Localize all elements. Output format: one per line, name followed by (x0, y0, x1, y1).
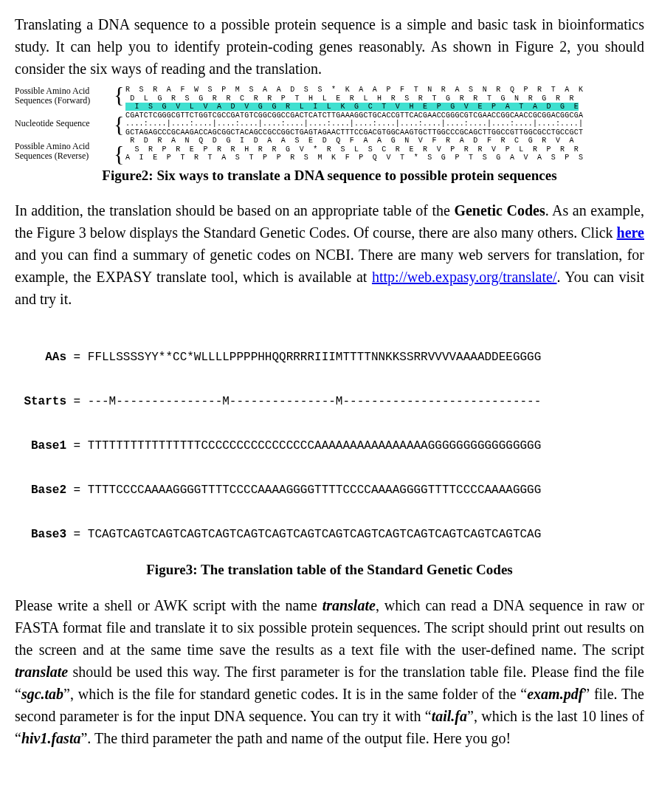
frame-f1: R S R A F W S P M S A A D S S * K A A P … (125, 86, 583, 94)
row-eq: = (66, 395, 88, 408)
row-label: Base3 (15, 527, 66, 542)
row-label: Base2 (15, 483, 66, 498)
p3-translate-2: translate (15, 664, 68, 680)
row-eq: = (66, 351, 88, 364)
table-row-base3: Base3 = TCAGTCAGTCAGTCAGTCAGTCAGTCAGTCAG… (15, 527, 644, 542)
paragraph-3: Please write a shell or AWK script with … (15, 594, 644, 749)
row-val: TTTTCCCCAAAAGGGGTTTTCCCCAAAAGGGGTTTTCCCC… (88, 484, 542, 497)
frame-f3-highlighted: I S G V L V A D V G G R L I L K G C T V … (125, 103, 579, 111)
figure-3-caption: Figure3: The translation table of the St… (15, 560, 644, 581)
table-row-base2: Base2 = TTTTCCCCAAAAGGGGTTTTCCCCAAAAGGGG… (15, 483, 644, 498)
nucleotide-bottom-strand: GCTAGAGCCCGCAAGACCAGCGGCTACAGCCGCCGGCTGA… (125, 128, 583, 137)
frame-r2: S R P R E P R R H R R G V * R S L S C R … (125, 145, 579, 154)
para2-text-pre: In addition, the translation should be b… (15, 202, 454, 219)
table-row-aas: AAs = FFLLSSSSYY**CC*WLLLLPPPPHHQQRRRRII… (15, 350, 644, 365)
label-forward-line1: Possible Amino Acid (15, 86, 89, 96)
figure-2: Possible Amino Acid Sequences (Forward) … (15, 86, 644, 162)
row-label: AAs (15, 350, 66, 365)
figure-2-caption: Figure2: Six ways to translate a DNA seq… (15, 165, 644, 187)
p3-t1: Please write a shell or AWK script with … (15, 597, 322, 613)
row-eq: = (66, 439, 88, 453)
figure-2-braces: {{{ (114, 86, 123, 162)
p3-translate-1: translate (322, 597, 376, 613)
label-reverse-line1: Possible Amino Acid (15, 141, 89, 151)
p3-t7: ”. The third parameter the path and name… (80, 730, 511, 746)
p3-exam-pdf: exam.pdf (527, 686, 583, 702)
row-val: TCAGTCAGTCAGTCAGTCAGTCAGTCAGTCAGTCAGTCAG… (88, 528, 542, 541)
p3-t4: ”, which is the file for standard geneti… (63, 686, 527, 702)
p3-sgc-tab: sgc.tab (21, 686, 63, 702)
paragraph-2: In addition, the translation should be b… (15, 199, 644, 310)
row-val: TTTTTTTTTTTTTTTTCCCCCCCCCCCCCCCCAAAAAAAA… (88, 439, 542, 453)
row-eq: = (66, 528, 88, 541)
row-label: Base1 (15, 438, 66, 453)
row-val: ---M---------------M---------------M----… (88, 395, 542, 408)
genetic-code-table: AAs = FFLLSSSSYY**CC*WLLLLPPPPHHQQRRRRII… (15, 320, 644, 557)
link-here[interactable]: here (617, 224, 644, 241)
figure-2-sequence-data: R S R A F W S P M S A A D S S * K A A P … (125, 86, 644, 162)
figure-2-row-labels: Possible Amino Acid Sequences (Forward) … (15, 86, 111, 162)
label-nucleotide: Nucleotide Sequence (15, 119, 111, 128)
para2-bold-genetic-codes: Genetic Codes (454, 202, 545, 219)
intro-paragraph: Translating a DNA sequence to a possible… (15, 13, 644, 80)
frame-f2: D L G R S G R R C R R P T H L E R L H R … (125, 94, 574, 103)
row-eq: = (66, 484, 88, 497)
label-reverse-line2: Sequences (Reverse) (15, 151, 89, 161)
frame-r3: A I E P T R T A S T P P R S M K F P Q V … (125, 154, 583, 162)
link-expasy[interactable]: http://web.expasy.org/translate/ (372, 269, 557, 285)
frame-r1: R D R A N Q D G I D A A S E D Q F A A G … (125, 137, 574, 145)
row-val: FFLLSSSSYY**CC*WLLLLPPPPHHQQRRRRIIIMTTTT… (88, 351, 542, 364)
ruler: ....:....|....:....|....:....|....:....|… (125, 120, 583, 128)
p3-tail-fa: tail.fa (432, 708, 467, 724)
label-forward-line2: Sequences (Forward) (15, 95, 90, 106)
p3-hiv1-fasta: hiv1.fasta (21, 730, 81, 746)
nucleotide-top-strand: CGATCTCGGGCGTTCTGGTCGCCGATGTCGGCGGCCGACT… (125, 111, 583, 120)
row-label: Starts (15, 394, 66, 409)
table-row-starts: Starts = ---M---------------M-----------… (15, 394, 644, 409)
table-row-base1: Base1 = TTTTTTTTTTTTTTTTCCCCCCCCCCCCCCCC… (15, 438, 644, 453)
